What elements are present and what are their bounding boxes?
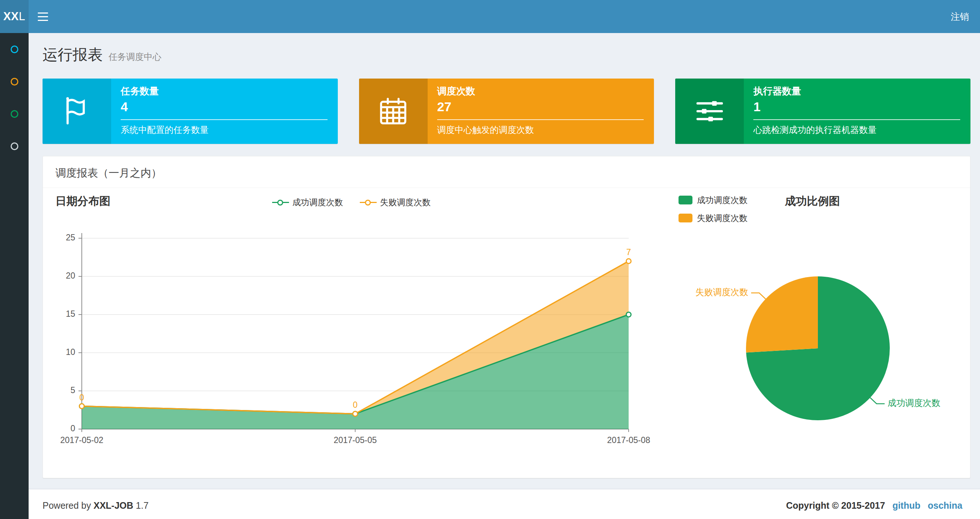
- svg-text:7: 7: [627, 248, 631, 257]
- report-panel: 调度报表（一月之内） 日期分布图 成功调度次数 失败调度次数 051015202…: [43, 156, 970, 478]
- line-chart-legend: 成功调度次数 失败调度次数: [272, 197, 431, 208]
- legend-label: 失败调度次数: [380, 197, 431, 208]
- page-title-text: 运行报表: [43, 47, 103, 62]
- sidebar-item-3[interactable]: [0, 97, 29, 130]
- page-title: 运行报表 任务调度中心: [43, 47, 970, 65]
- pie-chart: 成功调度次数失败调度次数: [652, 222, 971, 476]
- svg-text:2017-05-08: 2017-05-08: [607, 435, 650, 445]
- product-version: 1.7: [136, 500, 148, 511]
- info-box-body: 执行器数量 1 心跳检测成功的执行器机器数量: [744, 78, 970, 144]
- svg-text:20: 20: [66, 271, 75, 280]
- hamburger-icon: [38, 13, 48, 14]
- info-box-label: 调度次数: [437, 85, 644, 97]
- hamburger-icon: [38, 16, 48, 17]
- product-name: XXL-JOB: [94, 500, 133, 511]
- info-box-label: 执行器数量: [753, 85, 960, 97]
- calendar-icon: [377, 95, 409, 127]
- svg-text:成功调度次数: 成功调度次数: [888, 398, 940, 408]
- info-box-triggers: 调度次数 27 调度中心触发的调度次数: [359, 78, 654, 144]
- svg-text:失败调度次数: 失败调度次数: [695, 287, 748, 297]
- sidebar-item-1[interactable]: [0, 33, 29, 65]
- legend-item-fail[interactable]: 失败调度次数: [679, 212, 748, 224]
- oschina-link[interactable]: oschina: [928, 500, 963, 511]
- svg-text:25: 25: [66, 233, 75, 242]
- info-box-description: 系统中配置的任务数量: [121, 125, 328, 135]
- svg-text:0: 0: [80, 393, 84, 402]
- info-box-row: 任务数量 4 系统中配置的任务数量 调度次数 27 调度中心触发的调度次数: [43, 78, 970, 144]
- panel-divider: [43, 188, 970, 188]
- app-logo-text-light: L: [19, 10, 25, 23]
- info-box-divider: [121, 119, 328, 120]
- svg-text:15: 15: [66, 309, 75, 319]
- info-box-value: 4: [121, 99, 328, 115]
- app-logo-text-bold: XX: [3, 10, 19, 23]
- svg-text:0: 0: [70, 423, 75, 433]
- legend-item-fail[interactable]: 失败调度次数: [360, 197, 431, 208]
- svg-text:10: 10: [66, 347, 75, 357]
- line-chart-title: 日期分布图: [56, 194, 110, 209]
- info-box-value: 27: [437, 99, 644, 115]
- info-box-divider: [753, 119, 960, 120]
- hamburger-icon: [38, 20, 48, 21]
- powered-by: Powered by XXL-JOB 1.7: [43, 500, 148, 511]
- logout-link[interactable]: 注销: [940, 0, 980, 33]
- powered-prefix: Powered by: [43, 500, 91, 511]
- info-box-value: 1: [753, 99, 960, 115]
- collapsed-sidebar: [0, 33, 29, 519]
- legend-label: 成功调度次数: [697, 195, 748, 206]
- legend-label: 成功调度次数: [292, 197, 343, 208]
- app-logo[interactable]: XXL: [0, 0, 29, 33]
- panel-title: 调度报表（一月之内）: [56, 166, 162, 180]
- info-box-jobs: 任务数量 4 系统中配置的任务数量: [43, 78, 338, 144]
- info-box-description: 心跳检测成功的执行器机器数量: [753, 125, 960, 135]
- sidebar-item-2[interactable]: [0, 65, 29, 97]
- info-box-icon-area: [43, 78, 111, 144]
- svg-text:0: 0: [353, 400, 358, 410]
- line-legend-marker-icon: [272, 200, 289, 206]
- legend-swatch: [679, 196, 692, 204]
- footer-right: Copyright © 2015-2017 github oschina: [786, 500, 963, 511]
- sidebar-item-4[interactable]: [0, 130, 29, 162]
- page-footer: Powered by XXL-JOB 1.7 Copyright © 2015-…: [29, 489, 980, 519]
- content-area: 运行报表 任务调度中心 任务数量 4 系统中配置的任务数量: [29, 47, 980, 478]
- legend-label: 失败调度次数: [697, 212, 748, 224]
- info-box-body: 调度次数 27 调度中心触发的调度次数: [428, 78, 654, 144]
- svg-text:5: 5: [70, 385, 75, 395]
- info-box-description: 调度中心触发的调度次数: [437, 125, 644, 135]
- pie-chart-legend: 成功调度次数 失败调度次数: [679, 195, 748, 224]
- sliders-icon: [694, 95, 726, 127]
- flag-icon: [61, 95, 93, 127]
- info-box-executors: 执行器数量 1 心跳检测成功的执行器机器数量: [675, 78, 970, 144]
- legend-item-success[interactable]: 成功调度次数: [272, 197, 343, 208]
- info-box-icon-area: [675, 78, 744, 144]
- pie-chart-title: 成功比例图: [785, 194, 840, 209]
- info-box-divider: [437, 119, 644, 120]
- circle-outline-icon: [11, 46, 18, 53]
- legend-swatch: [679, 214, 692, 222]
- info-box-label: 任务数量: [121, 85, 328, 97]
- svg-text:2017-05-05: 2017-05-05: [334, 435, 377, 445]
- page-subtitle: 任务调度中心: [108, 49, 161, 65]
- info-box-icon-area: [359, 78, 428, 144]
- line-chart: 05101520252017-05-022017-05-052017-05-08…: [43, 222, 652, 465]
- github-link[interactable]: github: [892, 500, 920, 511]
- legend-dot: [365, 200, 371, 206]
- circle-outline-icon: [11, 78, 18, 86]
- sidebar-toggle-button[interactable]: [29, 0, 57, 33]
- legend-item-success[interactable]: 成功调度次数: [679, 195, 748, 206]
- top-navbar: XXL 注销: [0, 0, 980, 33]
- legend-dot: [277, 200, 283, 206]
- circle-outline-icon: [11, 142, 18, 150]
- line-legend-marker-icon: [360, 200, 377, 206]
- copyright-text: Copyright © 2015-2017: [786, 500, 885, 511]
- circle-outline-icon: [11, 110, 18, 118]
- info-box-body: 任务数量 4 系统中配置的任务数量: [111, 78, 338, 144]
- svg-text:2017-05-02: 2017-05-02: [60, 435, 103, 445]
- navbar-spacer: [57, 0, 940, 33]
